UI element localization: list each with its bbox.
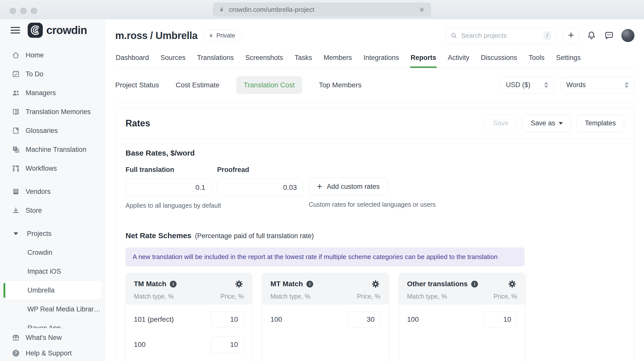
tab-activity[interactable]: Activity (447, 50, 470, 68)
add-custom-rates-button[interactable]: + Add custom rates (309, 178, 388, 195)
sidebar-project-raven-app[interactable]: Raven App (4, 319, 102, 328)
svg-text:G: G (14, 147, 16, 151)
sidebar-item-home[interactable]: Home (0, 46, 106, 65)
gift-icon (12, 333, 20, 342)
sidebar-item-managers[interactable]: Managers (0, 84, 106, 102)
price-input[interactable] (484, 311, 517, 328)
chevron-down-icon (559, 122, 563, 125)
tab-members[interactable]: Members (323, 50, 352, 68)
sidebar-item-machine-translation[interactable]: G Machine Translation (0, 140, 106, 159)
price-input[interactable] (211, 311, 244, 328)
price-column-label: Price, % (220, 293, 244, 300)
report-subnav: Project Status Cost Estimate Translation… (115, 68, 634, 102)
sidebar-item-translation-memories[interactable]: Translation Memories (0, 102, 106, 121)
sidebar-item-store[interactable]: Store (0, 201, 106, 220)
save-button[interactable]: Save (485, 115, 517, 132)
tab-sources[interactable]: Sources (160, 50, 186, 68)
rate-row: 100 (134, 336, 244, 353)
window-close-button[interactable] (10, 8, 16, 14)
subtab-project-status[interactable]: Project Status (115, 81, 159, 89)
page-title: m.ross / Umbrella (115, 30, 197, 41)
create-project-button[interactable]: + (563, 27, 579, 44)
sidebar-divider (7, 180, 99, 180)
workflow-icon (12, 164, 20, 173)
url-text: crowdin.com/umbrella-project (229, 6, 414, 14)
full-translation-input[interactable] (126, 179, 212, 196)
sidebar-item-todo[interactable]: To Do (0, 65, 106, 84)
sidebar-item-glossaries[interactable]: Glossaries (0, 121, 106, 140)
search-box[interactable]: / (445, 27, 556, 44)
sidebar-project-crowdin[interactable]: Crowdin (4, 243, 102, 262)
sidebar-item-help-support[interactable]: ? Help & Support (0, 345, 106, 361)
price-input[interactable] (211, 336, 244, 353)
info-icon[interactable]: i (170, 281, 177, 287)
net-rate-schemes-heading: Net Rate Schemes (126, 231, 191, 240)
window-zoom-button[interactable] (31, 8, 37, 14)
open-book-icon (12, 107, 20, 116)
sidebar-project-impact-ios[interactable]: Impact iOS (4, 262, 102, 281)
subtab-translation-cost[interactable]: Translation Cost (236, 76, 302, 94)
full-translation-label: Full translation (126, 166, 212, 174)
sidebar-project-wp-real-media-library[interactable]: WP Real Media Library (un… (4, 300, 102, 319)
question-icon: ? (12, 349, 20, 357)
hamburger-menu-icon[interactable] (11, 25, 20, 35)
tab-settings[interactable]: Settings (556, 50, 581, 68)
bell-icon[interactable] (586, 30, 597, 41)
privacy-badge: Private (203, 30, 240, 41)
net-rate-schemes-subheading: (Percentage paid of full translation rat… (195, 232, 314, 240)
sidebar-item-vendors[interactable]: Vendors (0, 182, 106, 201)
subtab-top-members[interactable]: Top Members (319, 81, 361, 89)
sidebar-item-whats-new[interactable]: What's New (0, 330, 106, 345)
search-input[interactable] (461, 32, 540, 40)
subtab-cost-estimate[interactable]: Cost Estimate (176, 81, 219, 89)
star-icon[interactable] (418, 6, 426, 13)
crowdin-logo[interactable]: crowdin (28, 23, 87, 38)
window-minimize-button[interactable] (20, 8, 27, 14)
tab-tasks[interactable]: Tasks (294, 50, 312, 68)
price-column-label: Price, % (357, 293, 380, 300)
gear-icon[interactable] (507, 279, 517, 289)
mt-match-card: MT Match i Match type, % Price, % (262, 273, 389, 361)
tab-dashboard[interactable]: Dashboard (115, 50, 149, 68)
browser-chrome: crowdin.com/umbrella-project (0, 0, 644, 19)
rates-panel: Rates Save Save as Templates Base Rates,… (115, 108, 634, 361)
price-column-label: Price, % (494, 293, 517, 300)
sidebar-item-projects[interactable]: Projects (0, 224, 106, 243)
main-content: m.ross / Umbrella Private / + (106, 19, 644, 361)
window-controls[interactable] (10, 8, 37, 14)
lock-icon (218, 6, 225, 13)
tab-translations[interactable]: Translations (196, 50, 234, 68)
rate-row: 101 (perfect) (134, 311, 244, 328)
unit-select[interactable]: Words (560, 77, 634, 93)
card-title: TM Match (134, 280, 166, 288)
sidebar-item-workflows[interactable]: Workflows (0, 159, 106, 178)
proofread-input[interactable] (217, 179, 303, 196)
chat-icon[interactable] (604, 30, 614, 41)
storefront-icon (12, 187, 20, 196)
templates-button[interactable]: Templates (577, 115, 624, 132)
plus-icon: + (317, 181, 322, 192)
address-bar[interactable]: crowdin.com/umbrella-project (213, 3, 431, 17)
crowdin-wordmark: crowdin (46, 24, 87, 37)
info-icon[interactable]: i (471, 281, 478, 287)
tab-reports[interactable]: Reports (410, 50, 437, 68)
gear-icon[interactable] (234, 279, 244, 289)
tab-screenshots[interactable]: Screenshots (245, 50, 284, 68)
lowest-rate-notice: A new translation will be included in th… (126, 247, 525, 266)
currency-select[interactable]: USD ($) (500, 77, 554, 93)
crowdin-logo-icon (28, 23, 43, 38)
sidebar-footer: What's New ? Help & Support (0, 328, 106, 361)
card-title: MT Match (270, 280, 303, 288)
save-as-button[interactable]: Save as (522, 115, 571, 132)
people-icon (12, 89, 20, 97)
tab-discussions[interactable]: Discussions (480, 50, 518, 68)
gear-icon[interactable] (371, 279, 380, 289)
user-avatar[interactable] (621, 29, 634, 42)
price-input[interactable] (347, 311, 380, 328)
lock-icon (208, 33, 214, 38)
tab-tools[interactable]: Tools (528, 50, 545, 68)
info-icon[interactable]: i (306, 281, 313, 287)
match-type-column-label: Match type, % (270, 293, 310, 300)
tab-integrations[interactable]: Integrations (363, 50, 399, 68)
sidebar-project-umbrella[interactable]: Umbrella (4, 281, 102, 300)
